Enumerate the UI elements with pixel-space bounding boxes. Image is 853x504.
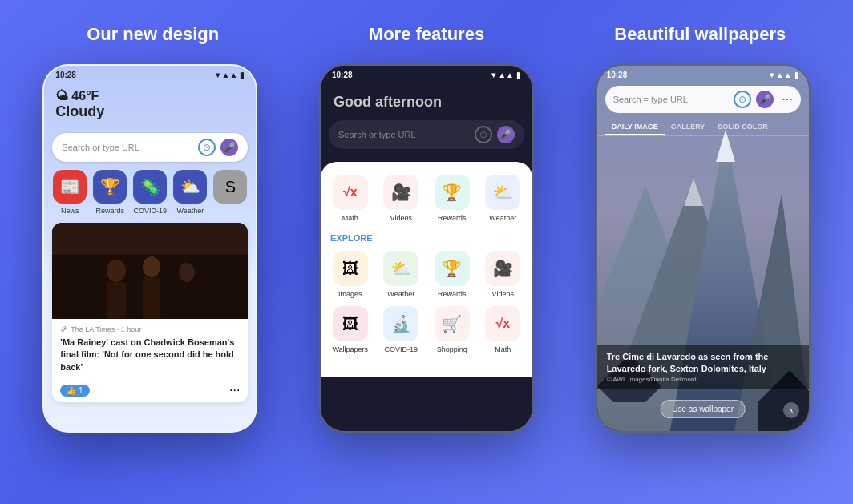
news-icon: 📰 (53, 170, 87, 204)
explore-videos-label: Videos (492, 290, 514, 298)
right-status-bar: 10:28 ▾ ▲▲ ▮ (597, 66, 809, 83)
explore-covid[interactable]: 🔬 COVID-19 (379, 306, 422, 353)
explore-images[interactable]: 🖼 Images (329, 251, 372, 298)
explore-math[interactable]: √x Math (481, 306, 524, 353)
battery-icon-r: ▮ (794, 71, 799, 79)
phone-left: 10:28 ▾ ▲▲ ▮ 🌤 46°F Cloudy Search or typ… (42, 64, 257, 433)
tab-gallery[interactable]: GALLERY (665, 119, 712, 135)
feature-math[interactable]: √x Math (329, 175, 372, 222)
explore-weather-icon: ⛅ (391, 259, 411, 278)
weather-icon-link: ⛅ (173, 170, 207, 204)
quick-link-news[interactable]: 📰 News (53, 170, 87, 215)
signal-icon-m: ▲▲ (498, 71, 514, 79)
weather-label-m: Weather (489, 214, 516, 222)
explore-wallpapers[interactable]: 🖼 Wallpapers (329, 306, 372, 353)
explore-shopping-icon: 🛒 (442, 314, 462, 333)
math-icon: √x (343, 185, 358, 200)
mountain-caption: Tre Cime di Lavaredo as seen from the La… (597, 345, 809, 389)
scan-icon[interactable]: ⊙ (198, 139, 216, 156)
rewards-label-m: Rewards (438, 214, 467, 222)
wifi-icon-r: ▾ (770, 71, 774, 79)
videos-label: Videos (390, 214, 412, 222)
explore-wallpapers-icon-box: 🖼 (333, 306, 368, 341)
heading-middle: More features (306, 24, 547, 45)
weather-icon: 🌤 (55, 89, 68, 103)
phones-row: 10:28 ▾ ▲▲ ▮ 🌤 46°F Cloudy Search or typ… (16, 64, 837, 433)
tab-daily-image[interactable]: DAILY IMAGE (605, 119, 665, 135)
middle-status-bar: 10:28 ▾ ▲▲ ▮ (321, 66, 532, 83)
explore-grid: 🖼 Images ⛅ Weather 🏆 Rewa (329, 251, 524, 353)
explore-shopping[interactable]: 🛒 Shopping (431, 306, 474, 353)
more-options-icon[interactable]: ··· (229, 383, 240, 397)
images-icon-box: 🖼 (333, 251, 368, 286)
news-content: 🗞 The LA Times · 1 hour 'Ma Rainey' cast… (52, 319, 248, 380)
like-button[interactable]: 👍 1 (60, 385, 89, 397)
right-time: 10:28 (607, 71, 628, 79)
heading-left: Our new design (33, 24, 273, 45)
wifi-icon-m: ▾ (491, 71, 495, 79)
news-source: 🗞 The LA Times · 1 hour (60, 325, 240, 333)
weather-section: 🌤 46°F Cloudy (44, 83, 256, 128)
feature-videos[interactable]: 🎥 Videos (379, 175, 422, 222)
middle-status-icons: ▾ ▲▲ ▮ (491, 71, 521, 79)
videos-icon: 🎥 (391, 183, 411, 202)
tab-solid-color[interactable]: SOLID COLOR (711, 119, 774, 135)
explore-weather[interactable]: ⛅ Weather (379, 251, 422, 298)
explore-videos[interactable]: 🎥 Videos (481, 251, 524, 298)
news-footer: 👍 1 ··· (52, 380, 248, 402)
more-icon-r[interactable]: ··· (782, 92, 792, 107)
explore-wallpapers-label: Wallpapers (332, 345, 368, 353)
middle-time: 10:28 (332, 71, 353, 79)
covid-icon: 🦠 (133, 170, 167, 204)
explore-rewards[interactable]: 🏆 Rewards (431, 251, 474, 298)
wallpaper-tabs: DAILY IMAGE GALLERY SOLID COLOR (597, 119, 809, 136)
news-image (52, 223, 248, 319)
middle-search-bar[interactable]: Search or type URL ⊙ 🎤 (329, 120, 524, 149)
mic-icon-r[interactable]: 🎤 (756, 91, 774, 108)
explore-math-icon: √x (495, 317, 510, 331)
left-search-bar[interactable]: Search or type URL ⊙ 🎤 (52, 133, 248, 162)
weather-desc: Cloudy (55, 103, 245, 120)
more-icon: S (213, 170, 247, 204)
explore-videos-icon-box: 🎥 (485, 251, 520, 286)
mic-icon-m[interactable]: 🎤 (497, 126, 515, 143)
covid-label: COVID-19 (134, 207, 168, 215)
right-search-text: Search = type URL (613, 95, 734, 104)
math-label: Math (342, 214, 358, 222)
explore-rewards-icon: 🏆 (442, 259, 462, 278)
left-search-icons: ⊙ 🎤 (198, 139, 238, 156)
explore-covid-icon-box: 🔬 (383, 306, 418, 341)
news-card[interactable]: 🗞 The LA Times · 1 hour 'Ma Rainey' cast… (52, 223, 248, 402)
explore-covid-icon: 🔬 (391, 314, 411, 333)
explore-weather-label: Weather (387, 290, 414, 298)
use-wallpaper-button[interactable]: Use as wallpaper (660, 400, 746, 418)
signal-icon-r: ▲▲ (776, 71, 792, 79)
quick-link-more[interactable]: S (213, 170, 247, 215)
feature-rewards[interactable]: 🏆 Rewards (431, 175, 474, 222)
scan-icon-m[interactable]: ⊙ (475, 126, 492, 143)
rewards-icon: 🏆 (93, 170, 127, 204)
rewards-icon-box: 🏆 (435, 175, 470, 210)
left-search-text: Search or type URL (62, 143, 198, 152)
quick-link-covid[interactable]: 🦠 COVID-19 (133, 170, 167, 215)
quick-link-rewards[interactable]: 🏆 Rewards (93, 170, 127, 215)
middle-search-text: Search or type URL (338, 130, 475, 139)
temp-value: 46°F (71, 89, 99, 103)
feature-weather[interactable]: ⛅ Weather (481, 175, 524, 222)
heading-right: Beautiful wallpapers (580, 24, 820, 45)
explore-rewards-label: Rewards (438, 290, 467, 298)
quick-link-weather[interactable]: ⛅ Weather (173, 170, 207, 215)
images-icon: 🖼 (342, 260, 358, 278)
math-icon-box: √x (333, 175, 368, 210)
mic-icon[interactable]: 🎤 (220, 139, 238, 156)
svg-rect-5 (143, 277, 160, 319)
phone-middle-content: 10:28 ▾ ▲▲ ▮ Good afternoon Search or ty… (321, 66, 532, 431)
svg-rect-3 (107, 282, 126, 319)
images-label: Images (338, 290, 362, 298)
explore-shopping-icon-box: 🛒 (435, 306, 470, 341)
scroll-up-icon[interactable]: ∧ (783, 402, 799, 418)
news-image-svg (52, 223, 248, 319)
battery-icon-m: ▮ (516, 71, 521, 79)
right-search-bar[interactable]: Search = type URL ⊙ 🎤 ··· (605, 86, 801, 113)
scan-icon-r[interactable]: ⊙ (734, 91, 751, 108)
